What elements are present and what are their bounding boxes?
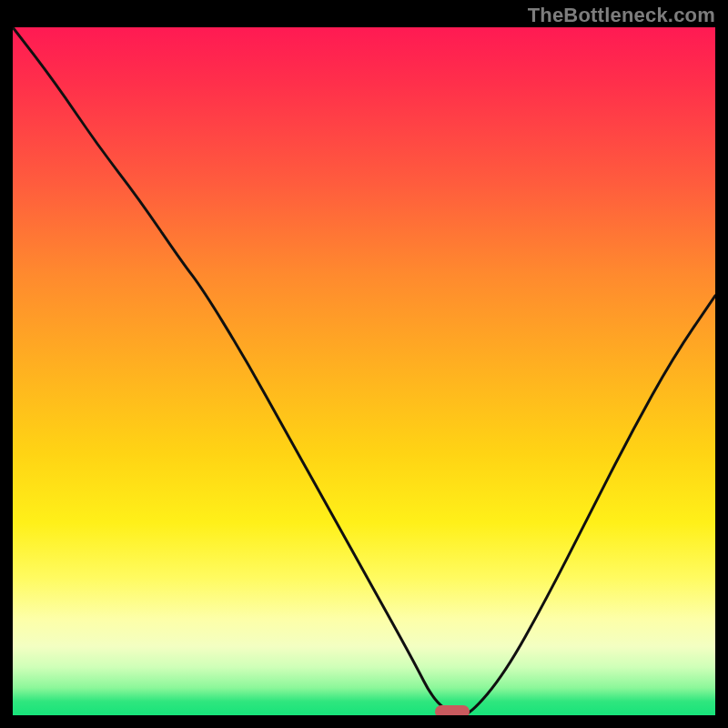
watermark-text: TheBottleneck.com	[528, 4, 715, 27]
chart-frame: TheBottleneck.com	[0, 0, 728, 728]
plot-area	[13, 27, 715, 715]
gradient-background	[13, 27, 715, 715]
